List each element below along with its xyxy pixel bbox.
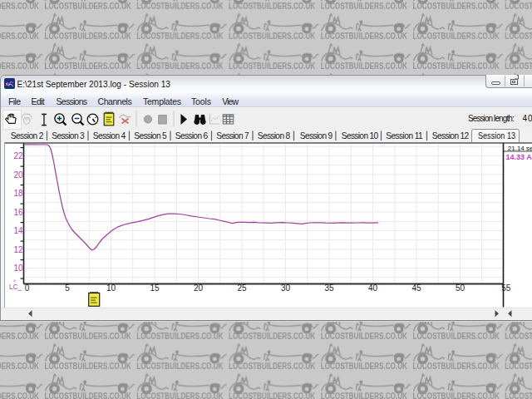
svg-text:16: 16 (13, 208, 23, 217)
svg-text:Session 3: Session 3 (52, 131, 85, 140)
svg-text:35: 35 (324, 283, 334, 293)
svg-text:Session 7: Session 7 (216, 131, 249, 140)
svg-text:14: 14 (13, 226, 23, 235)
svg-text:50: 50 (456, 283, 466, 293)
svg-text:LC_: LC_ (9, 283, 22, 291)
svg-text:20: 20 (194, 283, 204, 293)
svg-text:30: 30 (281, 283, 291, 293)
svg-text:55: 55 (501, 283, 511, 293)
svg-text:45: 45 (411, 283, 421, 293)
svg-text:Session 8: Session 8 (258, 131, 291, 140)
svg-text:18: 18 (13, 189, 23, 198)
svg-text:Templates: Templates (143, 96, 181, 106)
svg-text:Session 5: Session 5 (134, 131, 167, 140)
svg-text:22: 22 (13, 151, 23, 160)
svg-text:10: 10 (106, 283, 116, 293)
svg-text:40: 40 (368, 283, 378, 293)
svg-text:Session 6: Session 6 (175, 131, 209, 140)
svg-text:Session 11: Session 11 (386, 131, 423, 140)
svg-text:20: 20 (13, 170, 23, 180)
svg-text:12: 12 (13, 245, 23, 254)
svg-text:21.14 seco: 21.14 seco (508, 145, 532, 152)
svg-text:25: 25 (237, 283, 247, 293)
svg-text:Session 9: Session 9 (300, 131, 333, 140)
svg-text:Edit: Edit (32, 96, 45, 106)
svg-text:10: 10 (13, 264, 23, 273)
svg-text:0: 0 (25, 283, 30, 293)
svg-text:14.33 AFR: 14.33 AFR (506, 153, 532, 161)
svg-text:Session 4: Session 4 (93, 131, 126, 140)
svg-text:Tools: Tools (191, 96, 211, 106)
svg-text:Session length:: Session length: (468, 114, 515, 123)
svg-text:Session 12: Session 12 (432, 131, 470, 140)
svg-text:File: File (8, 96, 21, 106)
svg-text:40:: 40: (523, 114, 532, 123)
svg-text:5: 5 (65, 283, 70, 293)
svg-text:Sessions: Sessions (57, 96, 88, 106)
svg-text:E:\21st September 2013.log - S: E:\21st September 2013.log - Session 13 (17, 79, 171, 89)
svg-text:View: View (222, 96, 239, 106)
svg-text:Channels: Channels (98, 96, 132, 106)
svg-text:Session 2: Session 2 (11, 131, 44, 140)
svg-text:Session 10: Session 10 (342, 131, 379, 140)
svg-text:Session 13: Session 13 (478, 131, 515, 140)
svg-text:15: 15 (150, 283, 160, 293)
